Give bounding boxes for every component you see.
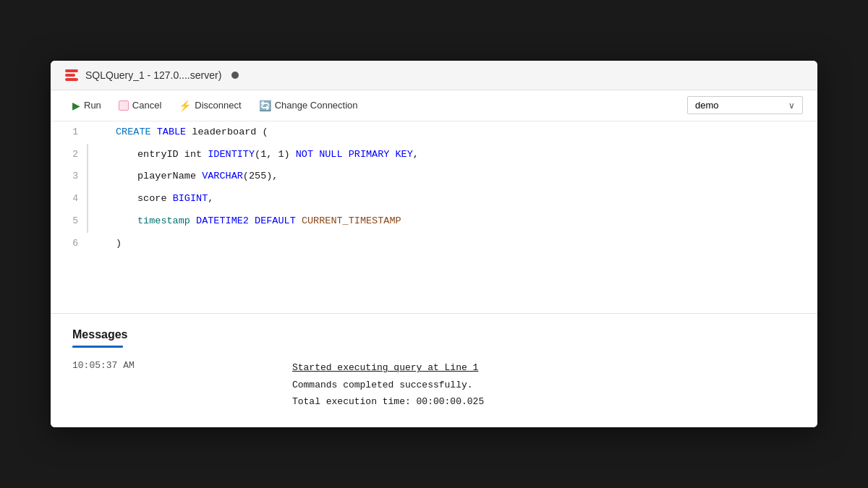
code-line: 2entryID int IDENTITY(1, 1) NOT NULL PRI… xyxy=(51,144,817,166)
message-content: Started executing query at Line 1Command… xyxy=(292,359,796,410)
line-content: score BIGINT, xyxy=(109,188,817,210)
title-bar: SQLQuery_1 - 127.0....server) xyxy=(51,61,817,90)
cancel-button[interactable]: Cancel xyxy=(111,96,169,114)
change-connection-label: Change Connection xyxy=(275,100,358,111)
line-number: 3 xyxy=(51,166,87,188)
line-number: 6 xyxy=(51,233,87,255)
line-indent xyxy=(87,144,109,166)
message-line: Total execution time: 00:00:00.025 xyxy=(292,393,796,410)
line-indent xyxy=(87,210,109,233)
window-title: SQLQuery_1 - 127.0....server) xyxy=(85,69,221,81)
code-editor[interactable]: 1CREATE TABLE leaderboard (2entryID int … xyxy=(51,121,817,314)
line-number: 1 xyxy=(51,121,87,144)
run-icon: ▶ xyxy=(72,100,80,111)
database-selector[interactable]: demo ∨ xyxy=(687,96,803,114)
messages-underline xyxy=(72,346,123,348)
unsaved-indicator xyxy=(231,72,239,79)
line-content: CREATE TABLE leaderboard ( xyxy=(109,121,817,144)
code-line: 4score BIGINT, xyxy=(51,188,817,210)
line-indent xyxy=(87,188,109,210)
message-timestamp: 10:05:37 AM xyxy=(72,359,292,410)
message-line: Started executing query at Line 1 xyxy=(292,359,796,376)
messages-panel: Messages 10:05:37 AMStarted executing qu… xyxy=(51,314,817,427)
disconnect-icon: ⚡ xyxy=(179,100,191,111)
code-line: 3playerName VARCHAR(255), xyxy=(51,166,817,188)
line-content: playerName VARCHAR(255), xyxy=(109,166,817,188)
change-connection-icon: 🔄 xyxy=(259,100,271,111)
code-line: 6) xyxy=(51,233,817,255)
line-number: 4 xyxy=(51,188,87,210)
disconnect-button[interactable]: ⚡ Disconnect xyxy=(171,96,248,115)
messages-table: 10:05:37 AMStarted executing query at Li… xyxy=(72,359,796,410)
code-line: 5timestamp DATETIME2 DEFAULT CURRENT_TIM… xyxy=(51,210,817,233)
database-selector-value: demo xyxy=(695,100,719,111)
line-number: 2 xyxy=(51,144,87,166)
run-button[interactable]: ▶ Run xyxy=(65,96,109,115)
cancel-label: Cancel xyxy=(132,100,161,111)
code-lines: 1CREATE TABLE leaderboard (2entryID int … xyxy=(51,121,817,256)
line-number: 5 xyxy=(51,210,87,233)
change-connection-button[interactable]: 🔄 Change Connection xyxy=(252,96,365,115)
message-row: 10:05:37 AMStarted executing query at Li… xyxy=(72,359,796,410)
message-line: Commands completed successfully. xyxy=(292,377,796,393)
line-content: timestamp DATETIME2 DEFAULT CURRENT_TIME… xyxy=(109,210,817,233)
line-indent xyxy=(87,166,109,188)
run-label: Run xyxy=(84,100,101,111)
disconnect-label: Disconnect xyxy=(195,100,241,111)
line-content: ) xyxy=(109,233,817,255)
chevron-down-icon: ∨ xyxy=(788,100,795,111)
main-window: SQLQuery_1 - 127.0....server) ▶ Run Canc… xyxy=(51,61,817,428)
messages-heading: Messages xyxy=(72,328,796,341)
toolbar: ▶ Run Cancel ⚡ Disconnect 🔄 Change Conne… xyxy=(51,90,817,121)
db-icon xyxy=(65,69,78,81)
line-indent-empty xyxy=(87,233,109,255)
line-content: entryID int IDENTITY(1, 1) NOT NULL PRIM… xyxy=(109,144,817,166)
editor-empty-space xyxy=(51,255,817,313)
code-line: 1CREATE TABLE leaderboard ( xyxy=(51,121,817,144)
cancel-icon xyxy=(119,100,129,111)
line-indent-empty xyxy=(87,121,109,144)
